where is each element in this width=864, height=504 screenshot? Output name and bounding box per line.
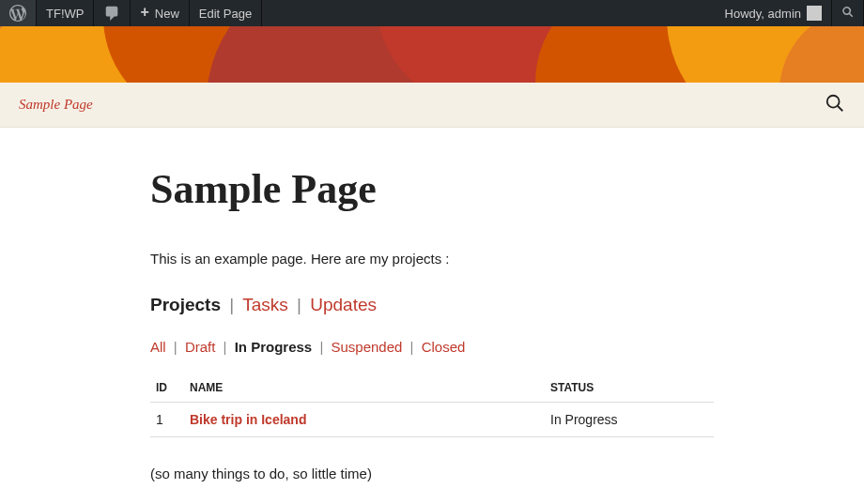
table-row: 1 Bike trip in Iceland In Progress [150,403,714,437]
filter-draft[interactable]: Draft [185,339,216,355]
filter-sep: | [319,339,323,355]
cell-id: 1 [150,403,184,437]
search-icon [841,5,856,23]
site-nav: Sample Page [0,83,864,128]
outro-text: (so many things to do, so little time) [150,466,714,481]
filter-in-progress[interactable]: In Progress [235,339,313,355]
filter-closed[interactable]: Closed [422,339,466,355]
header-banner [0,26,864,83]
account-link[interactable]: Howdy, admin [716,0,832,26]
header-name: NAME [184,374,545,403]
tab-projects[interactable]: Projects [150,295,221,314]
filter-sep: | [174,339,177,355]
section-tabs: Projects | Tasks | Updates [150,295,714,315]
filter-suspended[interactable]: Suspended [331,339,402,355]
plus-icon: + [140,5,148,20]
new-label: New [155,7,179,21]
site-name-link[interactable]: TF!WP [37,0,94,26]
tab-updates[interactable]: Updates [310,295,377,314]
tab-sep: | [297,295,301,314]
header-id: ID [150,374,184,403]
intro-text: This is an example page. Here are my pro… [150,251,714,267]
new-content-link[interactable]: + New [131,0,189,26]
cell-status: In Progress [545,403,714,437]
status-filters: All | Draft | In Progress | Suspended | … [150,339,714,355]
comment-icon [103,5,120,22]
nav-search-toggle[interactable] [825,93,845,117]
search-icon [825,101,845,116]
admin-bar: TF!WP + New Edit Page Howdy, admin [0,0,864,26]
filter-sep: | [410,339,414,355]
projects-table: ID NAME STATUS 1 Bike trip in Iceland In… [150,374,714,437]
site-name-label: TF!WP [46,7,84,21]
project-link[interactable]: Bike trip in Iceland [190,412,306,427]
nav-sample-page-link[interactable]: Sample Page [19,97,93,113]
adminbar-search[interactable] [832,0,864,26]
cell-name: Bike trip in Iceland [184,403,545,437]
comments-link[interactable] [94,0,131,26]
avatar [807,6,822,21]
wordpress-icon [9,5,26,22]
filter-all[interactable]: All [150,339,166,355]
tab-tasks[interactable]: Tasks [242,295,288,314]
svg-point-8 [827,95,840,107]
filter-sep: | [224,339,227,355]
edit-label: Edit Page [199,7,252,21]
header-status: STATUS [545,374,714,403]
main-content: Sample Page This is an example page. Her… [150,165,714,481]
wp-logo[interactable] [0,0,37,26]
greeting-label: Howdy, admin [725,7,801,21]
table-header-row: ID NAME STATUS [150,374,714,403]
page-title: Sample Page [150,165,714,213]
tab-sep: | [229,295,234,314]
svg-line-9 [838,105,843,111]
edit-page-link[interactable]: Edit Page [190,0,262,26]
